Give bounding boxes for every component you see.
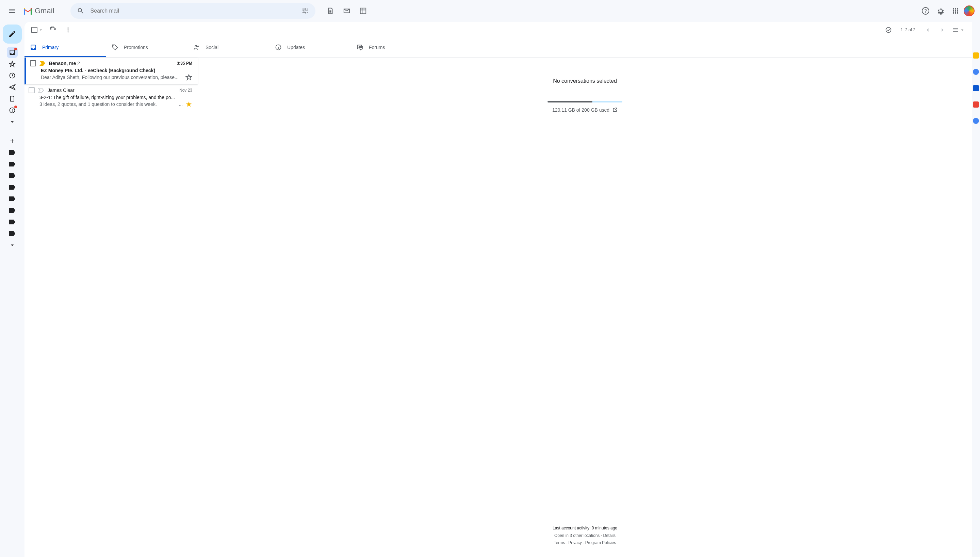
- nav-starred[interactable]: [7, 59, 18, 70]
- more-button[interactable]: [61, 23, 75, 37]
- activity-text: Last account activity: 0 minutes ago: [198, 524, 972, 532]
- tune-icon: [302, 7, 309, 15]
- split-pane-button[interactable]: [951, 23, 966, 37]
- side-addon-5[interactable]: [973, 118, 979, 124]
- header: Gmail ?: [0, 0, 980, 22]
- addon-2[interactable]: [340, 4, 354, 18]
- importance-marker-icon[interactable]: [39, 61, 45, 66]
- nav-sent[interactable]: [7, 82, 18, 93]
- inbox-icon: [9, 49, 16, 56]
- importance-marker-icon[interactable]: [38, 88, 44, 93]
- svg-rect-0: [360, 8, 366, 14]
- nav-spam[interactable]: !: [7, 105, 18, 116]
- select-all-checkbox[interactable]: [30, 23, 45, 37]
- side-addon-4[interactable]: [973, 101, 979, 107]
- refresh-button[interactable]: [46, 23, 60, 37]
- addon-3[interactable]: [356, 4, 370, 18]
- prev-page-button[interactable]: [921, 23, 935, 37]
- apps-button[interactable]: [949, 4, 962, 18]
- nav-drafts[interactable]: [7, 93, 18, 104]
- tab-primary[interactable]: Primary: [24, 38, 106, 57]
- privacy-link[interactable]: Privacy: [568, 540, 581, 545]
- nav-labels-more[interactable]: [7, 240, 18, 251]
- search-button[interactable]: [74, 4, 88, 18]
- svg-point-6: [67, 28, 68, 29]
- sender: Benson, me 2: [49, 60, 174, 66]
- next-page-button[interactable]: [936, 23, 949, 37]
- email-row[interactable]: Benson, me 2 3:35 PM EZ Money Pte. Ltd. …: [24, 57, 198, 85]
- label-icon: [9, 197, 15, 201]
- label-icon: [9, 220, 15, 224]
- row-checkbox[interactable]: [29, 87, 35, 93]
- caret-down-icon: [38, 27, 44, 33]
- nav-more[interactable]: [7, 116, 18, 127]
- nav-label-5[interactable]: [7, 194, 18, 204]
- compose-button[interactable]: [3, 24, 22, 44]
- settings-button[interactable]: [934, 4, 948, 18]
- help-button[interactable]: ?: [919, 4, 932, 18]
- subject: EZ Money Pte. Ltd. - eeCheck (Background…: [41, 68, 192, 73]
- nav-label-2[interactable]: [7, 159, 18, 169]
- policies-link[interactable]: Program Policies: [585, 540, 616, 545]
- document-icon: [327, 7, 334, 15]
- storage-fill: [547, 101, 592, 103]
- tab-promotions[interactable]: Promotions: [106, 38, 188, 57]
- star-icon[interactable]: [185, 101, 192, 107]
- gear-icon: [936, 7, 944, 15]
- nav-snoozed[interactable]: [7, 70, 18, 81]
- apps-icon: [951, 7, 960, 15]
- svg-point-12: [198, 46, 199, 47]
- snippet: 3 ideas, 2 quotes, and 1 question to con…: [39, 101, 176, 107]
- caret-down-icon: [960, 27, 965, 33]
- nav-label-6[interactable]: [7, 205, 18, 216]
- empty-state-text: No conversations selected: [553, 78, 617, 84]
- tab-forums[interactable]: Forums: [351, 38, 433, 57]
- label-icon: [9, 162, 15, 166]
- offline-status[interactable]: [882, 23, 895, 37]
- footer: Last account activity: 0 minutes ago Ope…: [198, 524, 972, 547]
- storage-bar: [547, 101, 622, 103]
- locations-link[interactable]: Open in 3 other locations: [554, 533, 600, 538]
- star-icon: [9, 60, 16, 67]
- terms-link[interactable]: Terms: [554, 540, 565, 545]
- sender: James Clear: [48, 88, 176, 93]
- svg-point-10: [113, 45, 114, 46]
- details-link[interactable]: Details: [603, 533, 616, 538]
- tab-updates[interactable]: Updates: [269, 38, 351, 57]
- gmail-logo[interactable]: Gmail: [23, 7, 54, 15]
- label-icon: [9, 231, 15, 236]
- addon-1[interactable]: [324, 4, 337, 18]
- search-options-button[interactable]: [299, 4, 312, 18]
- tab-social[interactable]: Social: [188, 38, 269, 57]
- nav-rail: !: [0, 22, 24, 557]
- nav-new-label[interactable]: [7, 135, 18, 147]
- side-addon-2[interactable]: [973, 69, 979, 75]
- search-input[interactable]: [88, 8, 299, 14]
- hamburger-icon: [8, 7, 16, 15]
- label-icon: [9, 185, 15, 190]
- side-addon-1[interactable]: [973, 52, 979, 59]
- clock-icon: [9, 72, 16, 79]
- row-checkbox[interactable]: [30, 60, 36, 67]
- help-icon: ?: [922, 7, 930, 15]
- email-row[interactable]: James Clear Nov 23 3-2-1: The gift of fa…: [24, 85, 198, 111]
- account-avatar[interactable]: [964, 5, 975, 16]
- toolbar: 1–2 of 2: [24, 22, 972, 38]
- layout-icon: [952, 26, 959, 33]
- send-icon: [9, 84, 16, 91]
- nav-label-7[interactable]: [7, 217, 18, 228]
- pencil-icon: [8, 30, 16, 38]
- open-in-new-icon[interactable]: [612, 107, 618, 113]
- chevron-right-icon: [939, 26, 946, 33]
- search-bar[interactable]: [70, 3, 315, 19]
- nav-label-1[interactable]: [7, 147, 18, 158]
- side-addon-3[interactable]: [973, 85, 979, 91]
- subject: 3-2-1: The gift of failure, right-sizing…: [39, 94, 192, 100]
- nav-label-3[interactable]: [7, 170, 18, 181]
- nav-label-8[interactable]: [7, 228, 18, 239]
- menu-button[interactable]: [5, 4, 19, 18]
- star-icon[interactable]: [185, 74, 192, 81]
- nav-inbox[interactable]: [7, 47, 18, 58]
- nav-label-4[interactable]: [7, 182, 18, 193]
- app-name: Gmail: [35, 7, 54, 15]
